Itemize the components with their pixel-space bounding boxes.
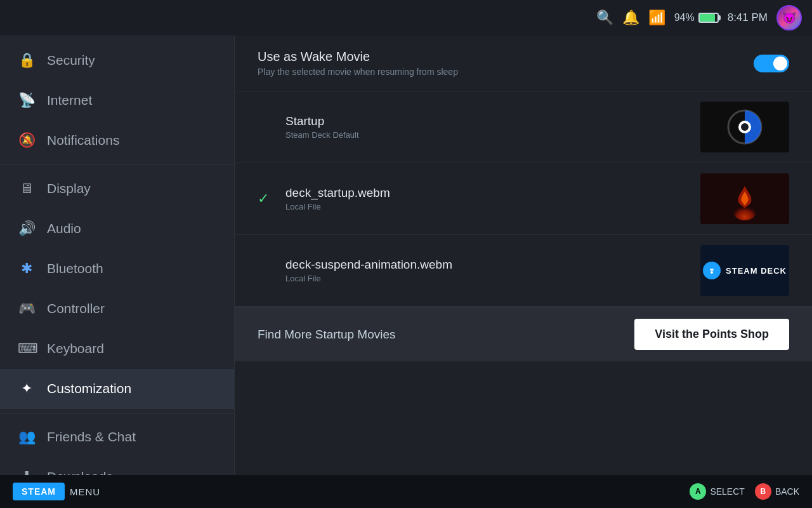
sidebar-item-label: Bluetooth (47, 261, 103, 276)
media-name: deck-suspend-animation.webm (285, 258, 688, 272)
battery-bar (698, 13, 719, 23)
time-display: 8:41 PM (728, 11, 768, 24)
svg-point-2 (741, 123, 749, 131)
security-icon: 🔒 (18, 52, 36, 69)
bluetooth-icon: ✱ (18, 260, 36, 277)
media-row-deck-startup[interactable]: ✓ deck_startup.webm Local File (235, 163, 812, 235)
sd-logo (703, 262, 721, 279)
media-row-deck-suspend[interactable]: deck-suspend-animation.webm Local File S… (235, 235, 812, 307)
media-thumb-steamdeck: STEAM DECK (700, 245, 789, 296)
sidebar-item-label: Keyboard (47, 341, 104, 356)
startup-svg-icon (726, 108, 764, 146)
media-thumb-startup (700, 102, 789, 152)
media-sub: Local File (285, 274, 688, 283)
battery-fill (700, 14, 716, 22)
startup-thumb-bg (700, 102, 789, 152)
wake-movie-setting: Use as Wake Movie Play the selected movi… (235, 36, 812, 91)
sidebar-item-security[interactable]: 🔒 Security (0, 41, 234, 81)
media-name: Startup (285, 114, 688, 128)
sidebar: 🔒 Security 📡 Internet 🔕 Notifications 🖥 … (0, 36, 235, 475)
action-bar: Find More Startup Movies Visit the Point… (235, 307, 812, 361)
setting-info: Use as Wake Movie Play the selected movi… (258, 50, 458, 77)
notifications-icon: 🔕 (18, 132, 36, 149)
select-control: A SELECT (690, 483, 744, 500)
media-row-startup[interactable]: Startup Steam Deck Default (235, 91, 812, 163)
sidebar-item-internet[interactable]: 📡 Internet (0, 81, 234, 121)
sidebar-item-label: Audio (47, 221, 81, 236)
a-button[interactable]: A (690, 483, 706, 500)
dark-thumb-bg (700, 173, 789, 224)
media-name: deck_startup.webm (285, 186, 688, 200)
media-info-deck-suspend: deck-suspend-animation.webm Local File (285, 258, 688, 283)
sd-label: STEAM DECK (726, 266, 787, 276)
sidebar-item-label: Display (47, 181, 91, 196)
sidebar-item-keyboard[interactable]: ⌨ Keyboard (0, 329, 234, 369)
sidebar-item-audio[interactable]: 🔊 Audio (0, 209, 234, 249)
menu-label: MENU (70, 486, 100, 497)
sidebar-item-controller[interactable]: 🎮 Controller (0, 289, 234, 329)
broadcast-icon[interactable]: 📶 (648, 10, 665, 26)
b-button[interactable]: B (755, 483, 771, 500)
sidebar-item-label: Controller (47, 301, 105, 316)
find-movies-label: Find More Startup Movies (258, 328, 396, 342)
wake-movie-toggle[interactable] (754, 55, 789, 72)
sidebar-item-label: Internet (47, 93, 92, 108)
display-icon: 🖥 (18, 180, 36, 197)
content-area: Use as Wake Movie Play the selected movi… (235, 36, 812, 475)
sidebar-item-downloads[interactable]: ⬇ Downloads (0, 457, 234, 475)
sidebar-divider-2 (0, 413, 234, 413)
sidebar-item-customization[interactable]: ✦ Customization (0, 369, 234, 409)
notification-icon[interactable]: 🔔 (622, 10, 639, 26)
media-sub: Steam Deck Default (285, 130, 688, 140)
search-icon[interactable]: 🔍 (596, 10, 613, 26)
avatar[interactable]: 😈 (776, 5, 802, 30)
sd-icon-svg (706, 265, 717, 276)
select-label: SELECT (710, 486, 744, 497)
check-deck-startup: ✓ (258, 190, 273, 207)
customization-icon: ✦ (18, 380, 36, 397)
media-info-deck-startup: deck_startup.webm Local File (285, 186, 688, 211)
downloads-icon: ⬇ (18, 469, 36, 475)
steamdeck-thumb-bg: STEAM DECK (700, 245, 789, 296)
fire-svg (719, 173, 770, 224)
controller-icon: 🎮 (18, 300, 36, 317)
sidebar-item-display[interactable]: 🖥 Display (0, 169, 234, 209)
sidebar-item-label: Security (47, 53, 95, 68)
back-control: B BACK (755, 483, 799, 500)
friends-icon: 👥 (18, 429, 36, 445)
back-label: BACK (775, 486, 799, 497)
sidebar-item-friends[interactable]: 👥 Friends & Chat (0, 417, 234, 457)
setting-title: Use as Wake Movie (258, 50, 458, 64)
battery-percent: 94% (674, 12, 695, 23)
sidebar-item-notifications[interactable]: 🔕 Notifications (0, 121, 234, 161)
audio-icon: 🔊 (18, 220, 36, 237)
media-thumb-dark (700, 173, 789, 224)
bottombar: STEAM MENU A SELECT B BACK (0, 475, 812, 508)
sidebar-divider (0, 164, 234, 165)
sidebar-item-label: Notifications (47, 133, 119, 148)
svg-point-5 (710, 271, 713, 274)
bottom-controls: A SELECT B BACK (690, 483, 799, 500)
keyboard-icon: ⌨ (18, 340, 36, 357)
media-sub: Local File (285, 202, 688, 211)
main-layout: 🔒 Security 📡 Internet 🔕 Notifications 🖥 … (0, 36, 812, 475)
internet-icon: 📡 (18, 92, 36, 109)
steam-button[interactable]: STEAM (13, 483, 65, 500)
sidebar-item-label: Downloads (47, 469, 113, 475)
visit-points-shop-button[interactable]: Visit the Points Shop (634, 319, 789, 350)
battery-info: 94% (674, 12, 719, 23)
sidebar-item-label: Friends & Chat (47, 429, 136, 444)
sidebar-item-bluetooth[interactable]: ✱ Bluetooth (0, 249, 234, 289)
topbar: 🔍 🔔 📶 94% 8:41 PM 😈 (0, 0, 812, 36)
media-info-startup: Startup Steam Deck Default (285, 114, 688, 140)
sidebar-item-label: Customization (47, 381, 131, 396)
setting-subtitle: Play the selected movie when resuming fr… (258, 67, 458, 77)
